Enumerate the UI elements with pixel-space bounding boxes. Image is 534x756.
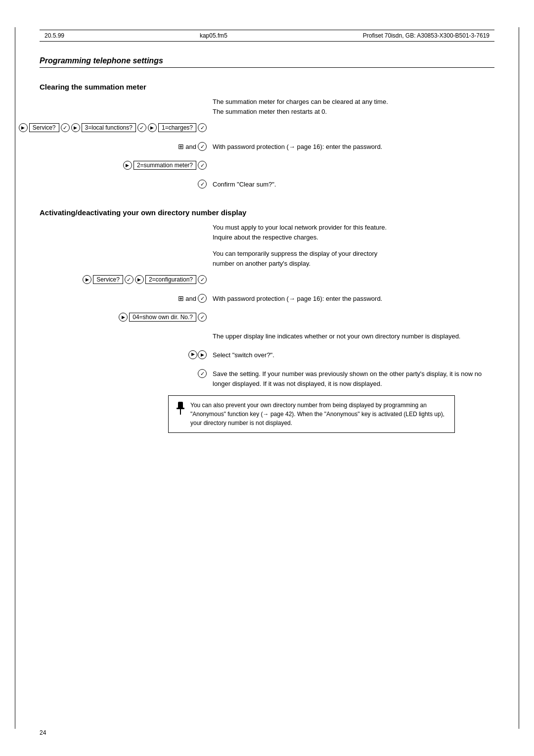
lcd-charges: 1=charges? xyxy=(158,123,196,132)
header-file: kap05.fm5 xyxy=(200,32,227,39)
play-icon-4: ▶ xyxy=(123,161,132,170)
section1-intro: The summation meter for charges can be c… xyxy=(213,97,396,116)
check-icon-10: ✓ xyxy=(198,313,207,322)
section2-row4-right: Select "switch over?". xyxy=(213,350,494,360)
section2-row1-left: ▶ Service? ✓ ▶ 2=configuration? ✓ xyxy=(40,275,213,284)
section2-row2-text: With password protection (→ page 16): en… xyxy=(213,295,382,302)
note-svg-icon xyxy=(176,402,185,416)
section1-row4: ✓ Confirm "Clear sum?". xyxy=(40,180,494,193)
section-title-bar: Programming telephone settings xyxy=(40,56,494,68)
and-text-2: and xyxy=(185,295,196,302)
section2-row2-left: ⊞ and ✓ xyxy=(40,294,213,303)
play-icon-1: ▶ xyxy=(19,123,28,132)
lcd-local-functions: 3=local functions? xyxy=(82,123,136,132)
edge-bar-left xyxy=(15,27,15,729)
play-icon-6: ▶ xyxy=(135,275,144,284)
lcd-show-own-dir: 04=show own dir. No.? xyxy=(129,313,196,322)
section1-row1: ▶ Service? ✓ ▶ 3=local functions? ✓ ▶ 1=… xyxy=(40,123,494,137)
grid-icon-2: ⊞ xyxy=(178,294,184,302)
section-title: Programming telephone settings xyxy=(40,56,494,65)
section1-row2-text: With password protection (→ page 16): en… xyxy=(213,143,382,150)
section2-row5-left: ✓ xyxy=(40,369,213,378)
section2-row5-text: Save the setting. If your number was pre… xyxy=(213,370,482,387)
subsection-heading-1: Clearing the summation meter xyxy=(40,83,494,91)
page-footer: 24 xyxy=(40,729,46,736)
check-icon-7: ✓ xyxy=(125,275,134,284)
section1-row3: ▶ 2=summation meter? ✓ xyxy=(40,161,494,175)
section2-row1: ▶ Service? ✓ ▶ 2=configuration? ✓ xyxy=(40,275,494,289)
section2-row3: ▶ 04=show own dir. No.? ✓ xyxy=(40,313,494,327)
section2-row4-text: Select "switch over?". xyxy=(213,351,274,359)
section1-row3-left: ▶ 2=summation meter? ✓ xyxy=(40,161,213,170)
lcd-service-1: Service? xyxy=(29,123,59,132)
svg-rect-2 xyxy=(177,408,184,409)
check-icon-11: ✓ xyxy=(198,369,207,378)
left-right-icons: ◀ ▶ xyxy=(188,350,207,359)
section1-row1-left: ▶ Service? ✓ ▶ 3=local functions? ✓ ▶ 1=… xyxy=(40,123,213,132)
page-header: 20.5.99 kap05.fm5 Profiset 70isdn, GB: A… xyxy=(40,30,494,42)
section-directory-number: Activating/deactivating your own directo… xyxy=(40,208,494,433)
lcd-configuration: 2=configuration? xyxy=(145,275,196,284)
section1-row2: ⊞ and ✓ With password protection (→ page… xyxy=(40,142,494,156)
check-icon-8: ✓ xyxy=(198,275,207,284)
play-icon-5: ▶ xyxy=(83,275,91,284)
section-clearing-summation: Clearing the summation meter The summati… xyxy=(40,83,494,193)
play-icon-7: ▶ xyxy=(119,313,128,322)
section2-row3-text: The upper display line indicates whether… xyxy=(213,332,460,340)
note-text: You can also prevent your own directory … xyxy=(190,401,447,427)
lcd-service-2: Service? xyxy=(93,275,123,284)
check-icon-2: ✓ xyxy=(137,123,146,132)
check-icon-5: ✓ xyxy=(198,161,207,170)
left-arrow-icon: ◀ xyxy=(188,350,197,359)
section2-row2-right: With password protection (→ page 16): en… xyxy=(213,294,494,304)
check-icon-6: ✓ xyxy=(198,180,207,189)
svg-rect-0 xyxy=(178,402,183,409)
check-icon-9: ✓ xyxy=(198,294,207,303)
section1-row4-text: Confirm "Clear sum?". xyxy=(213,181,276,188)
section2-intro2: You can temporarily suppress the display… xyxy=(213,249,396,268)
section2-row3b-right: The upper display line indicates whether… xyxy=(213,331,494,341)
check-icon-3: ✓ xyxy=(198,123,207,132)
section2-intro1: You must apply to your local network pro… xyxy=(213,223,396,242)
lcd-summation-meter: 2=summation meter? xyxy=(134,161,196,170)
note-icon xyxy=(176,402,185,417)
note-box: You can also prevent your own directory … xyxy=(168,395,455,433)
edge-bar-right xyxy=(519,27,519,729)
section2-row4-left: ◀ ▶ xyxy=(40,350,213,359)
section1-row2-right: With password protection (→ page 16): en… xyxy=(213,142,494,152)
section1-row4-left: ✓ xyxy=(40,180,213,189)
and-text-1: and xyxy=(185,143,196,150)
check-icon-4: ✓ xyxy=(198,142,207,151)
section2-row2: ⊞ and ✓ With password protection (→ page… xyxy=(40,294,494,308)
page: 20.5.99 kap05.fm5 Profiset 70isdn, GB: A… xyxy=(0,0,534,756)
section2-row3b: The upper display line indicates whether… xyxy=(40,331,494,345)
svg-rect-1 xyxy=(180,409,181,415)
right-arrow-icon: ▶ xyxy=(198,350,207,359)
section2-row5-right: Save the setting. If your number was pre… xyxy=(213,369,494,388)
header-product: Profiset 70isdn, GB: A30853-X300-B501-3-… xyxy=(363,32,494,39)
check-icon-1: ✓ xyxy=(61,123,70,132)
play-icon-3: ▶ xyxy=(148,123,157,132)
play-icon-2: ▶ xyxy=(71,123,80,132)
page-number: 24 xyxy=(40,729,46,736)
section2-row3-left: ▶ 04=show own dir. No.? ✓ xyxy=(40,313,213,322)
grid-icon-1: ⊞ xyxy=(178,142,184,150)
section1-row4-right: Confirm "Clear sum?". xyxy=(213,180,494,189)
section2-row4: ◀ ▶ Select "switch over?". xyxy=(40,350,494,364)
header-date: 20.5.99 xyxy=(40,32,64,39)
subsection-heading-2: Activating/deactivating your own directo… xyxy=(40,208,494,217)
section1-row2-left: ⊞ and ✓ xyxy=(40,142,213,151)
section2-row5: ✓ Save the setting. If your number was p… xyxy=(40,369,494,388)
